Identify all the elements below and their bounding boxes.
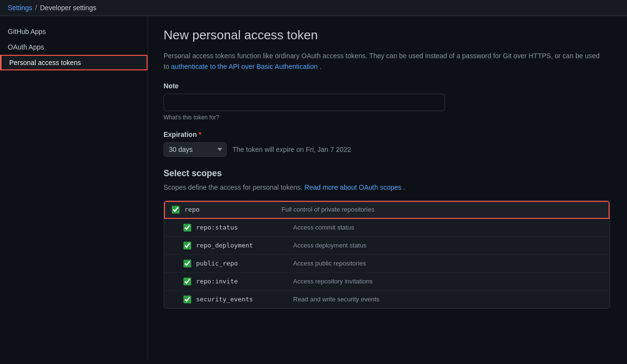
api-auth-link[interactable]: authenticate to the API over Basic Authe… xyxy=(171,63,318,70)
scopes-title: Select scopes xyxy=(164,168,611,179)
sidebar-item-personal-access-tokens[interactable]: Personal access tokens xyxy=(0,55,148,70)
sidebar-item-oauth-apps[interactable]: OAuth Apps xyxy=(0,39,148,55)
scope-row: security_eventsRead and write security e… xyxy=(164,291,610,308)
scope-checkbox-repo-deployment[interactable] xyxy=(183,242,191,249)
scope-name-repo-status: repo:status xyxy=(196,224,293,231)
layout: GitHub Apps OAuth Apps Personal access t… xyxy=(0,16,627,360)
scope-row: repo:inviteAccess repository invitations xyxy=(164,273,610,291)
breadcrumb-separator: / xyxy=(35,4,37,12)
expiration-select[interactable]: 30 days 60 days 90 days Custom No expira… xyxy=(164,142,227,157)
scope-name-repo: repo xyxy=(184,206,281,213)
scope-description-repo-status: Access commit status xyxy=(293,224,602,231)
sidebar-item-github-apps[interactable]: GitHub Apps xyxy=(0,24,148,39)
note-field-group: Note What's this token for? xyxy=(164,82,611,121)
note-label: Note xyxy=(164,82,611,90)
scope-name-public-repo: public_repo xyxy=(196,260,293,267)
scope-checkbox-public-repo[interactable] xyxy=(183,260,191,267)
scope-description-repo: Full control of private repositories xyxy=(281,206,602,213)
scope-description-public-repo: Access public repositories xyxy=(293,260,602,267)
scope-description-repo-deployment: Access deployment status xyxy=(293,242,602,249)
sidebar: GitHub Apps OAuth Apps Personal access t… xyxy=(0,16,148,360)
scope-name-security-events: security_events xyxy=(196,296,293,303)
top-bar: Settings / Developer settings xyxy=(0,0,627,16)
scope-description-repo-invite: Access repository invitations xyxy=(293,278,602,285)
scope-checkbox-repo[interactable] xyxy=(172,206,180,214)
scope-name-repo-invite: repo:invite xyxy=(196,278,293,285)
scopes-table: repoFull control of private repositories… xyxy=(164,200,610,309)
expiry-date-text: The token will expire on Fri, Jan 7 2022 xyxy=(232,146,351,153)
scope-checkbox-repo-status[interactable] xyxy=(183,224,191,232)
expiration-field-group: Expiration* 30 days 60 days 90 days Cust… xyxy=(164,131,611,157)
expiration-row: 30 days 60 days 90 days Custom No expira… xyxy=(164,142,611,157)
oauth-scopes-link[interactable]: Read more about OAuth scopes xyxy=(304,183,401,191)
scope-description-security-events: Read and write security events xyxy=(293,296,602,303)
note-hint: What's this token for? xyxy=(164,114,611,121)
breadcrumb-settings-link[interactable]: Settings xyxy=(8,4,33,12)
scope-row: repo:statusAccess commit status xyxy=(164,219,610,237)
scope-checkbox-security-events[interactable] xyxy=(183,296,191,303)
scope-row: public_repoAccess public repositories xyxy=(164,255,610,273)
page-title: New personal access token xyxy=(164,28,611,43)
expiration-label: Expiration* xyxy=(164,131,611,138)
breadcrumb-current: Developer settings xyxy=(40,4,96,12)
scope-name-repo-deployment: repo_deployment xyxy=(196,242,293,249)
scopes-section: Select scopes Scopes define the access f… xyxy=(164,168,611,309)
main-content: New personal access token Personal acces… xyxy=(148,16,627,360)
scope-row: repo_deploymentAccess deployment status xyxy=(164,237,610,255)
scopes-description: Scopes define the access for personal to… xyxy=(164,182,611,193)
note-input[interactable] xyxy=(164,94,445,111)
scope-checkbox-repo-invite[interactable] xyxy=(183,278,191,285)
scope-row: repoFull control of private repositories xyxy=(164,201,610,219)
description-text: Personal access tokens function like ord… xyxy=(164,50,600,72)
